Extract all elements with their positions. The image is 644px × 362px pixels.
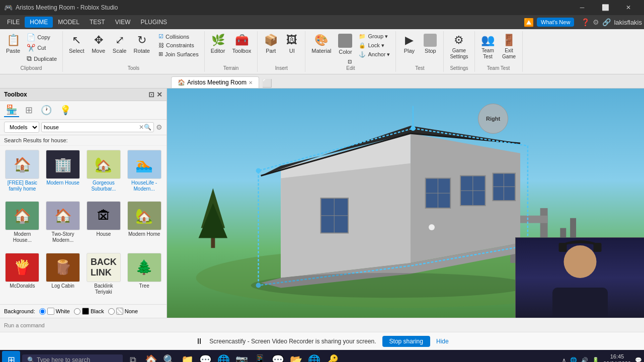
minimize-button[interactable]: ─ — [571, 0, 594, 15]
taskbar-edge[interactable]: 💬 — [197, 352, 213, 362]
bg-white-radio[interactable] — [39, 308, 46, 315]
taskbar-app-store[interactable]: 🏠 — [143, 352, 159, 362]
taskbar-whatsapp[interactable]: 📱 — [252, 352, 268, 362]
model-item[interactable]: 🏡 Gorgeous Suburbar... — [85, 149, 123, 198]
bg-black-radio[interactable] — [74, 308, 80, 315]
part-button[interactable]: 📦 Part — [261, 32, 281, 56]
group-button[interactable]: 📁 Group ▾ — [356, 32, 392, 41]
copy-button[interactable]: 📄 Copy — [24, 32, 59, 42]
search-submit-icon[interactable]: 🔍 — [144, 124, 151, 131]
taskbar-camera[interactable]: 📷 — [233, 352, 250, 362]
lock-button[interactable]: 🔒 Lock ▾ — [356, 41, 392, 50]
bg-none-option[interactable]: None — [108, 308, 138, 315]
hide-link[interactable]: Hide — [436, 338, 449, 345]
toolbox-tab-recent[interactable]: 🕐 — [39, 104, 54, 117]
notification-icon[interactable]: 💬 — [635, 357, 642, 363]
duplicate-button[interactable]: ⧉ Duplicate — [24, 53, 59, 64]
stop-sharing-button[interactable]: Stop sharing — [382, 336, 430, 347]
network-icon[interactable]: 🌐 — [570, 357, 577, 363]
toolbox-close-icon[interactable]: ✕ — [156, 90, 163, 99]
menu-view[interactable]: VIEW — [110, 17, 136, 28]
command-input[interactable] — [4, 322, 640, 328]
select-button[interactable]: ↖ Select — [66, 32, 88, 56]
model-label: Two-Story Modern... — [45, 231, 81, 243]
bg-black-option[interactable]: Black — [74, 308, 104, 315]
team-test-items: 👥 TeamTest 🚪 ExitGame — [478, 32, 519, 64]
model-thumb: 🏡 — [127, 201, 162, 230]
model-item[interactable]: 🪵 Log Cabin — [44, 252, 83, 301]
edit-expand-icon[interactable]: ⊡ — [348, 59, 352, 64]
share-icon[interactable]: 🔗 — [602, 18, 611, 26]
collisions-button[interactable]: ☑ Collisions — [156, 32, 201, 41]
model-item[interactable]: 🏡 Modern Home — [125, 200, 164, 249]
play-button[interactable]: ▶ Play — [399, 32, 419, 56]
close-button[interactable]: ✕ — [617, 0, 640, 15]
team-test-button[interactable]: 👥 TeamTest — [478, 32, 498, 61]
model-item[interactable]: 🏊 HouseLife - Modern... — [125, 149, 164, 198]
taskbar-clock[interactable]: 16:45 20/04/2020 — [603, 353, 631, 362]
editor-button[interactable]: 🌿 Editor — [208, 32, 228, 56]
battery-icon[interactable]: 🔋 — [592, 357, 599, 363]
maximize-button[interactable]: ⬜ — [594, 0, 617, 15]
bg-white-option[interactable]: White — [39, 308, 70, 315]
rotate-button[interactable]: ↻ Rotate — [131, 32, 153, 56]
toolbox-button[interactable]: 🧰 Toolbox — [229, 32, 254, 56]
taskbar-files[interactable]: 📂 — [288, 352, 304, 362]
cut-button[interactable]: ✂️ Cut — [24, 43, 59, 53]
menu-file[interactable]: FILE — [2, 17, 25, 28]
toolbox-tab-marketplace[interactable]: 🏪 — [4, 103, 19, 117]
bg-none-radio[interactable] — [108, 308, 115, 315]
compass-widget[interactable]: Right — [478, 104, 508, 134]
taskbar-messages[interactable]: 💬 — [270, 352, 286, 362]
constraints-button[interactable]: ⛓ Constraints — [156, 41, 201, 49]
taskbar-search[interactable]: 🔍 Type here to search — [22, 354, 123, 362]
tab-close-button[interactable]: ✕ — [249, 80, 253, 85]
model-item[interactable]: 🏠 [FREE] Basic family home — [3, 149, 42, 198]
viewport[interactable]: Right — [167, 88, 644, 318]
ui-button[interactable]: 🖼 UI — [282, 32, 302, 56]
taskbar-chrome[interactable]: 🌐 — [215, 352, 231, 362]
model-item[interactable]: 🏢 Modern House — [44, 149, 83, 198]
move-button[interactable]: ✥ Move — [89, 32, 109, 56]
whats-new-button[interactable]: What's New — [537, 18, 574, 27]
taskbar-task-view[interactable]: ⧉ — [125, 352, 141, 362]
paste-button[interactable]: 📋 Paste — [3, 32, 23, 56]
help-icon[interactable]: 🔼 — [524, 18, 534, 27]
model-item[interactable]: BACKLINK Backlink Teriyaki — [85, 252, 123, 301]
search-clear-icon[interactable]: ✕ — [139, 124, 144, 131]
start-button[interactable]: ⊞ — [2, 351, 20, 362]
model-item[interactable]: 🌲 Tree — [125, 252, 164, 301]
exit-game-button[interactable]: 🚪 ExitGame — [499, 32, 519, 61]
stop-button[interactable]: Stop — [420, 32, 440, 56]
model-item[interactable]: 🏚 House — [85, 200, 123, 249]
toolbox-popout-icon[interactable]: ⊡ — [148, 90, 154, 99]
toolbox-tab-create[interactable]: 💡 — [58, 104, 73, 117]
settings-icon[interactable]: ⚙ — [593, 18, 599, 26]
game-settings-button[interactable]: ⚙ GameSettings — [447, 32, 471, 61]
filter-icon[interactable]: ⚙ — [156, 123, 163, 131]
taskbar-search-app[interactable]: 🔍 — [161, 352, 177, 362]
volume-icon[interactable]: 🔊 — [581, 357, 588, 363]
join-surfaces-button[interactable]: ⊞ Join Surfaces — [156, 50, 201, 58]
menu-plugins[interactable]: PLUGINS — [135, 17, 172, 28]
toolbox-tab-grid[interactable]: ⊞ — [23, 104, 35, 117]
help-icon2[interactable]: ❓ — [581, 18, 590, 26]
menu-model[interactable]: MODEL — [53, 17, 85, 28]
taskbar-roblox[interactable]: 🔑 — [324, 352, 340, 362]
menu-test[interactable]: TEST — [85, 17, 110, 28]
taskbar-mail[interactable]: 📁 — [179, 352, 195, 362]
taskbar-chrome2[interactable]: 🌐 — [306, 352, 322, 362]
color-button[interactable]: Color — [335, 32, 355, 57]
model-item[interactable]: 🏠 Modern House... — [3, 200, 42, 249]
viewport-tab[interactable]: 🏠 Aristos Meeting Room ✕ — [171, 76, 259, 88]
search-input[interactable] — [44, 124, 139, 130]
tab-expand-icon[interactable]: ⬜ — [262, 78, 272, 88]
system-tray-up[interactable]: ∧ — [562, 357, 566, 363]
model-item[interactable]: 🍟 McDonalds — [3, 252, 42, 301]
menu-home[interactable]: HOME — [25, 17, 53, 28]
scale-button[interactable]: ⤢ Scale — [110, 32, 130, 56]
material-button[interactable]: 🎨 Material — [308, 32, 334, 56]
model-item[interactable]: 🏠 Two-Story Modern... — [44, 200, 83, 249]
anchor-button[interactable]: ⚓ Anchor ▾ — [356, 50, 392, 59]
category-dropdown[interactable]: Models Decals Audio — [4, 122, 39, 133]
